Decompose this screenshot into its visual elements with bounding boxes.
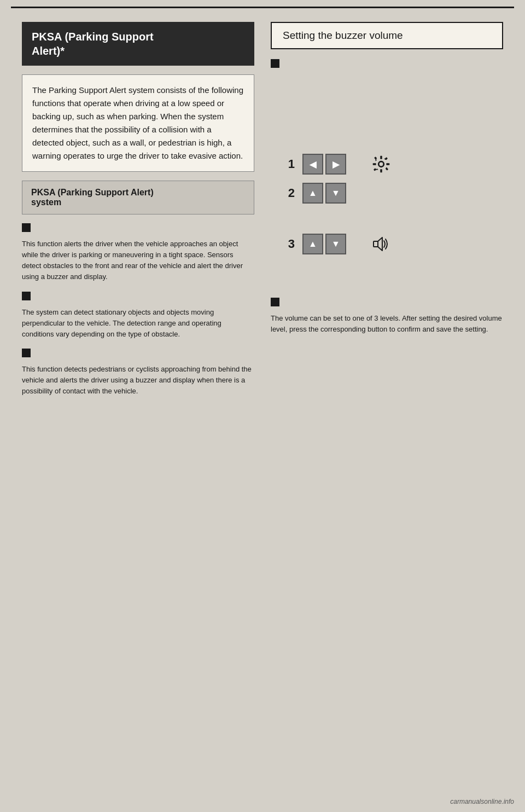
buzzer-title-box: Setting the buzzer volume [271, 22, 503, 49]
step-2-down-button[interactable]: ▼ [325, 183, 346, 204]
section-3-text: This function detects pedestrians or cyc… [22, 364, 254, 397]
down-arrow-icon-3: ▼ [331, 239, 340, 249]
step-2-up-button[interactable]: ▲ [302, 183, 323, 204]
left-arrow-icon: ◀ [310, 159, 316, 170]
speaker-icon-box [370, 233, 392, 255]
svg-rect-4 [386, 163, 389, 165]
step-2-row: 2 ▲ ▼ [282, 183, 503, 204]
down-arrow-icon-2: ▼ [331, 188, 340, 198]
pksa-subtitle-line2: system [31, 198, 61, 207]
pksa-subtitle-box: PKSA (Parking Support Alert) system [22, 181, 254, 214]
right-column: Setting the buzzer volume 1 ◀ ▶ [262, 11, 514, 801]
description-text: The Parking Support Alert system consist… [32, 85, 243, 160]
pksa-title-box: PKSA (Parking Support Alert)* [22, 22, 254, 66]
svg-point-9 [379, 162, 384, 167]
buzzer-title: Setting the buzzer volume [283, 30, 403, 41]
bullet-icon-right [271, 59, 279, 68]
steps-container: 1 ◀ ▶ [282, 148, 503, 268]
section-2-text: The system can detect stationary objects… [22, 307, 254, 340]
pksa-title-line1: PKSA (Parking Support [32, 31, 154, 43]
section-1-text: This function alerts the driver when the… [22, 239, 254, 283]
step-3-down-button[interactable]: ▼ [325, 234, 346, 254]
svg-rect-3 [373, 163, 376, 165]
pksa-subtitle-line1: PKSA (Parking Support Alert) [31, 188, 154, 197]
right-arrow-icon: ▶ [332, 159, 339, 170]
bullet-icon-3 [22, 349, 31, 357]
page: PKSA (Parking Support Alert)* The Parkin… [0, 0, 525, 812]
step-3-buttons: ▲ ▼ [302, 234, 346, 254]
bullet-icon-2 [22, 292, 31, 300]
up-arrow-icon-3: ▲ [308, 239, 317, 249]
svg-rect-2 [380, 169, 382, 172]
gear-icon [372, 155, 390, 173]
step-1-right-button[interactable]: ▶ [325, 154, 346, 175]
step-2-buttons: ▲ ▼ [302, 183, 346, 204]
step-1-number: 1 [282, 157, 295, 171]
up-arrow-icon-2: ▲ [308, 188, 317, 198]
svg-rect-10 [374, 241, 378, 247]
step-3-up-button[interactable]: ▲ [302, 234, 323, 254]
step-1-row: 1 ◀ ▶ [282, 153, 503, 175]
watermark: carmanualsonline.info [450, 798, 514, 805]
step-3-row: 3 ▲ ▼ [282, 233, 503, 255]
speaker-icon [371, 234, 391, 254]
step-1-left-button[interactable]: ◀ [302, 154, 323, 175]
svg-rect-1 [380, 156, 382, 159]
left-column: PKSA (Parking Support Alert)* The Parkin… [11, 11, 262, 801]
step-1-buttons: ◀ ▶ [302, 154, 346, 175]
step-3-number: 3 [282, 237, 295, 251]
right-section-note-text: The volume can be set to one of 3 levels… [271, 313, 503, 335]
pksa-title-line2: Alert)* [32, 45, 65, 57]
svg-rect-7 [374, 168, 376, 171]
gear-icon-box [370, 153, 392, 175]
bullet-icon-1 [22, 223, 31, 232]
bullet-icon-right-2 [271, 298, 279, 306]
description-box: The Parking Support Alert system consist… [22, 74, 254, 172]
section-2: The system can detect stationary objects… [22, 292, 254, 340]
section-1: This function alerts the driver when the… [22, 223, 254, 283]
section-3: This function detects pedestrians or cyc… [22, 349, 254, 397]
step-2-number: 2 [282, 186, 295, 200]
svg-marker-11 [378, 237, 382, 251]
svg-rect-5 [374, 156, 377, 159]
right-section-note-block: The volume can be set to one of 3 levels… [271, 298, 503, 335]
